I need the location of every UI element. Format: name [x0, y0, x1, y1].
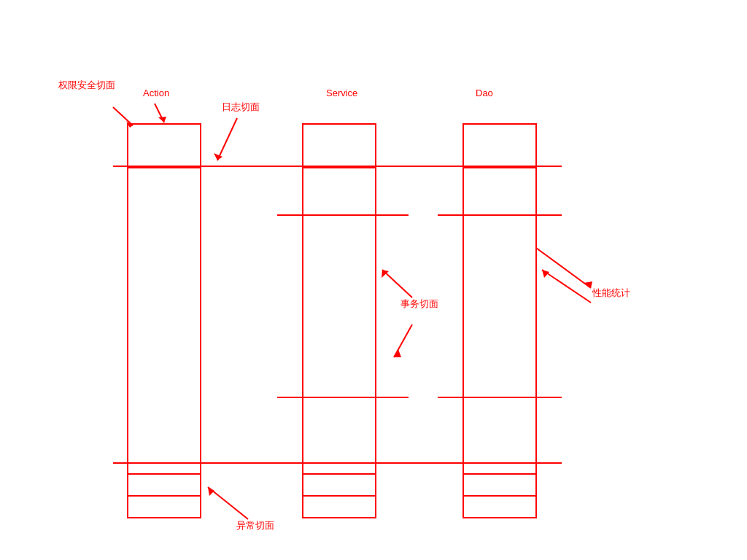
svg-rect-6 — [463, 124, 536, 496]
svg-rect-1 — [128, 124, 201, 168]
svg-line-21 — [382, 270, 412, 298]
svg-rect-3 — [303, 124, 376, 496]
svg-marker-30 — [208, 487, 214, 496]
diagram: 权限安全切面 Action 日志切面 Service Dao 事务切面 异常切面… — [0, 0, 747, 560]
yichang-label: 异常切面 — [236, 519, 274, 532]
svg-line-25 — [536, 248, 591, 288]
svg-line-17 — [217, 118, 237, 160]
svg-rect-0 — [128, 124, 201, 496]
quanxian-label: 权限安全切面 — [58, 79, 115, 92]
action-label: Action — [143, 88, 169, 98]
svg-line-15 — [113, 107, 133, 125]
svg-rect-4 — [303, 124, 376, 168]
svg-marker-22 — [382, 270, 389, 278]
svg-line-29 — [208, 487, 248, 519]
rizhi-label: 日志切面 — [222, 101, 260, 114]
shiwu-label: 事务切面 — [400, 298, 438, 311]
svg-marker-18 — [214, 153, 222, 160]
svg-line-27 — [542, 270, 591, 303]
svg-marker-20 — [158, 117, 166, 122]
service-label: Service — [326, 88, 357, 98]
svg-marker-26 — [584, 281, 592, 288]
svg-rect-7 — [463, 124, 536, 168]
xingneng-label: 性能统计 — [592, 287, 630, 300]
dao-label: Dao — [476, 88, 493, 98]
